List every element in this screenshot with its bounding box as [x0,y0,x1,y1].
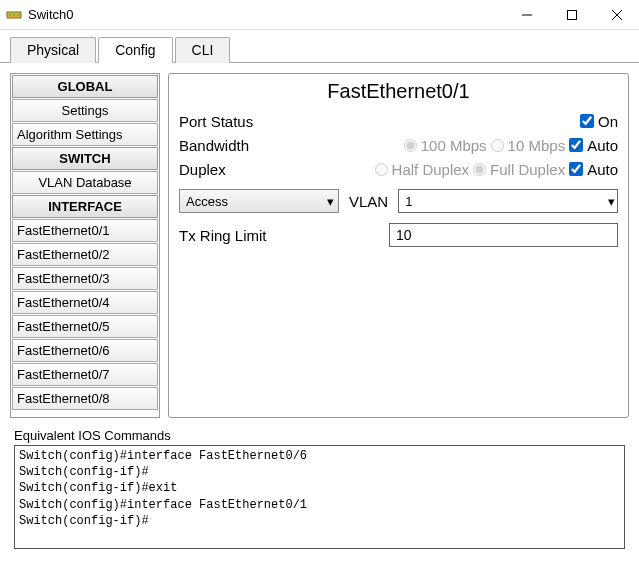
ios-commands-output[interactable]: Switch(config)#interface FastEthernet0/6… [14,445,625,549]
duplex-half-radio [375,163,388,176]
sidebar-item-interface[interactable]: FastEthernet0/2 [12,243,158,266]
vlan-select[interactable]: 1 ▾ [398,189,618,213]
sidebar-item-interface[interactable]: FastEthernet0/5 [12,315,158,338]
tx-ring-limit-label: Tx Ring Limit [179,227,379,244]
duplex-full-radio [473,163,486,176]
sidebar-item-settings[interactable]: Settings [12,99,158,122]
bandwidth-auto-checkbox[interactable] [569,138,583,152]
sidebar-item-interface[interactable]: FastEthernet0/3 [12,267,158,290]
duplex-auto-checkbox[interactable] [569,162,583,176]
sidebar-item-algorithm-settings[interactable]: Algorithm Settings [12,123,158,146]
close-button[interactable] [594,0,639,29]
sidebar-item-vlan-database[interactable]: VLAN Database [12,171,158,194]
svg-rect-3 [17,14,19,16]
duplex-label: Duplex [179,161,289,178]
titlebar: Switch0 [0,0,639,30]
window-controls [504,0,639,29]
sidebar-header-interface: INTERFACE [12,195,158,218]
vlan-label: VLAN [349,193,388,210]
sidebar-header-global: GLOBAL [12,75,158,98]
port-mode-value: Access [186,194,228,209]
duplex-auto-label: Auto [587,161,618,178]
bandwidth-100-label: 100 Mbps [421,137,487,154]
ios-commands-heading: Equivalent IOS Commands [14,428,625,443]
bandwidth-label: Bandwidth [179,137,289,154]
tx-ring-limit-input[interactable] [389,223,618,247]
panel-title: FastEthernet0/1 [179,78,618,109]
minimize-button[interactable] [504,0,549,29]
port-status-label: Port Status [179,113,289,130]
port-mode-select[interactable]: Access ▾ [179,189,339,213]
svg-rect-1 [9,14,11,16]
tab-bar: Physical Config CLI [0,30,639,63]
chevron-down-icon: ▾ [608,194,615,209]
vlan-value: 1 [405,194,412,209]
port-status-on-label: On [598,113,618,130]
maximize-button[interactable] [549,0,594,29]
sidebar-item-interface[interactable]: FastEthernet0/1 [12,219,158,242]
tab-cli[interactable]: CLI [175,37,231,63]
duplex-half-label: Half Duplex [392,161,470,178]
config-panel: FastEthernet0/1 Port Status On Bandwidth… [168,73,629,418]
app-icon [6,7,22,23]
sidebar-item-interface[interactable]: FastEthernet0/6 [12,339,158,362]
tab-physical[interactable]: Physical [10,37,96,63]
sidebar-item-interface[interactable]: FastEthernet0/4 [12,291,158,314]
sidebar-item-interface[interactable]: FastEthernet0/7 [12,363,158,386]
config-sidebar[interactable]: GLOBAL Settings Algorithm Settings SWITC… [10,73,160,418]
bandwidth-auto-label: Auto [587,137,618,154]
duplex-full-label: Full Duplex [490,161,565,178]
bandwidth-100-radio [404,139,417,152]
bandwidth-10-label: 10 Mbps [508,137,566,154]
svg-rect-5 [567,10,576,19]
port-status-checkbox[interactable] [580,114,594,128]
sidebar-header-switch: SWITCH [12,147,158,170]
sidebar-item-interface[interactable]: FastEthernet0/8 [12,387,158,410]
chevron-down-icon: ▾ [327,194,334,209]
tab-config[interactable]: Config [98,37,172,63]
svg-rect-2 [13,14,15,16]
bandwidth-10-radio [491,139,504,152]
window-title: Switch0 [28,7,504,22]
